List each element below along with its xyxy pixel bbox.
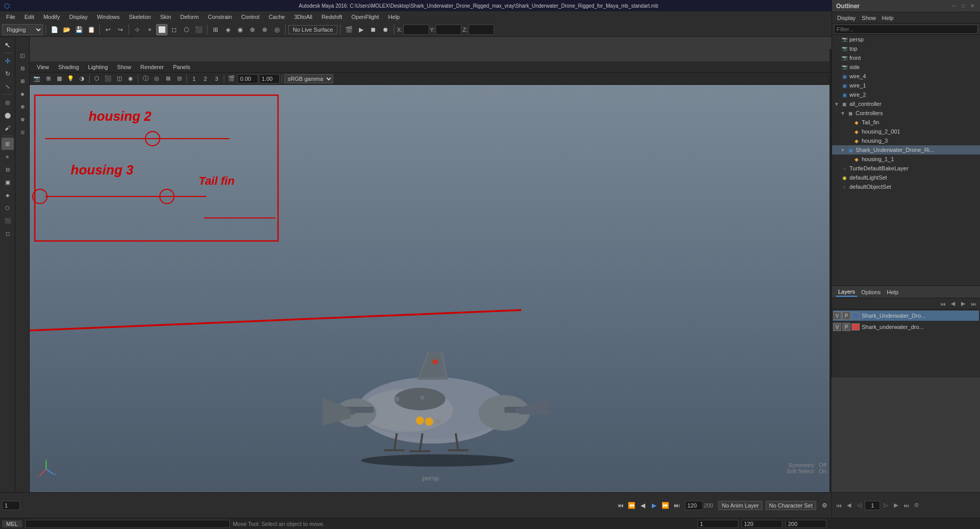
viewport-canvas[interactable]: housing 2 housing 3 Tail fin bbox=[30, 85, 832, 492]
options-tab[interactable]: Options bbox=[859, 288, 883, 296]
vt-gate-btn[interactable]: ⊠ bbox=[163, 74, 173, 84]
select-tool-btn[interactable]: ↖ bbox=[2, 39, 14, 51]
vt-scene-btn[interactable]: 🎬 bbox=[226, 74, 237, 84]
no-live-surface-btn[interactable]: No Live Surface bbox=[288, 25, 337, 34]
paint-btn[interactable]: 🖌 bbox=[2, 122, 14, 134]
menu-modify[interactable]: Modify bbox=[39, 13, 64, 21]
tool4-btn[interactable]: ⬛ bbox=[193, 24, 204, 35]
vt-region-btn[interactable]: ⊟ bbox=[174, 74, 184, 84]
select-btn[interactable]: ⊹ bbox=[132, 24, 143, 35]
layers-tab[interactable]: Layers bbox=[836, 288, 857, 297]
snap5[interactable]: ⊗ bbox=[259, 24, 270, 35]
render1[interactable]: 🎬 bbox=[343, 24, 354, 35]
tree-item-wire1[interactable]: ▣ wire_1 bbox=[832, 81, 980, 90]
tool-g[interactable]: ⊙ bbox=[16, 126, 29, 138]
frame-display-1[interactable] bbox=[697, 520, 738, 528]
tree-item-all-controller[interactable]: ▼ ◼ all_controller bbox=[832, 99, 980, 108]
tool1-btn[interactable]: ⬜ bbox=[156, 24, 167, 35]
tree-item-tail-fin[interactable]: ◆ Tail_fin bbox=[832, 118, 980, 127]
tree-item-wire4[interactable]: ▣ wire_4 bbox=[832, 72, 980, 81]
tool8-btn[interactable]: ⬛ bbox=[2, 214, 14, 227]
snap3[interactable]: ◉ bbox=[235, 24, 246, 35]
vt-isolate-btn[interactable]: ◎ bbox=[152, 74, 162, 84]
vt-frame-btn[interactable]: ⊞ bbox=[43, 74, 53, 84]
layer-prev-btn[interactable]: ◀ bbox=[948, 299, 957, 308]
vt-hud-btn[interactable]: ⓘ bbox=[140, 74, 151, 84]
layer-row-2[interactable]: V P Shark_underwater_dro... bbox=[833, 322, 979, 332]
tool-d[interactable]: ◈ bbox=[16, 87, 29, 100]
br-go-end-btn[interactable]: ⏭ bbox=[902, 501, 911, 510]
vt-texture-btn[interactable]: ◫ bbox=[114, 74, 124, 84]
show-menu[interactable]: Show bbox=[114, 63, 135, 71]
step-back-btn[interactable]: ⏪ bbox=[627, 500, 637, 511]
z-input[interactable] bbox=[468, 25, 494, 35]
menu-windows[interactable]: Windows bbox=[93, 13, 124, 21]
outliner-close-btn[interactable]: ✕ bbox=[969, 3, 976, 10]
y-input[interactable] bbox=[436, 25, 461, 35]
outliner-minimize-btn[interactable]: ─ bbox=[950, 3, 957, 10]
render2[interactable]: ▶ bbox=[355, 24, 367, 35]
layer-next-btn[interactable]: ▶ bbox=[958, 299, 968, 308]
vt-cam-btn[interactable]: 📷 bbox=[32, 74, 42, 84]
lighting-menu[interactable]: Lighting bbox=[85, 63, 111, 71]
layer-p-btn-1[interactable]: P bbox=[842, 312, 850, 320]
frame-display-200[interactable] bbox=[785, 520, 826, 528]
attr-btn[interactable]: ⊟ bbox=[2, 163, 14, 175]
play-forward-btn[interactable]: ▶ bbox=[649, 500, 659, 511]
menu-help[interactable]: Help bbox=[384, 13, 404, 21]
tree-item-wire2[interactable]: ▣ wire_2 bbox=[832, 90, 980, 99]
vt-render-btn[interactable]: ◉ bbox=[125, 74, 136, 84]
tree-item-persp[interactable]: 📷 persp bbox=[832, 35, 980, 44]
tree-item-housing3[interactable]: ◆ housing_3 bbox=[832, 136, 980, 145]
br-prev-key-btn[interactable]: ◁ bbox=[855, 501, 864, 510]
open-btn[interactable]: 📂 bbox=[61, 24, 72, 35]
layer-add-btn[interactable]: ⏮ bbox=[938, 299, 947, 308]
snap6[interactable]: ◎ bbox=[271, 24, 283, 35]
vt-wire-btn[interactable]: ⬡ bbox=[92, 74, 102, 84]
tree-item-housing2[interactable]: ◆ housing_2_001 bbox=[832, 127, 980, 136]
value1-input[interactable] bbox=[238, 74, 258, 83]
anim-settings-btn[interactable]: ⚙ bbox=[819, 500, 829, 511]
go-to-end-btn[interactable]: ⏭ bbox=[672, 500, 682, 511]
tool-f[interactable]: ⊗ bbox=[16, 113, 29, 125]
channel-btn[interactable]: ≡ bbox=[2, 150, 14, 163]
menu-redshift[interactable]: Redshift bbox=[317, 13, 346, 21]
layer-v-btn-2[interactable]: V bbox=[833, 323, 841, 331]
tree-item-controllers[interactable]: ▼ ◼ Controllers bbox=[832, 108, 980, 118]
outliner-show-menu[interactable]: Show bbox=[860, 14, 878, 22]
tool-c[interactable]: ⊞ bbox=[16, 75, 29, 87]
panels-menu[interactable]: Panels bbox=[170, 63, 194, 71]
x-input[interactable] bbox=[403, 25, 429, 35]
help-tab[interactable]: Help bbox=[885, 288, 901, 296]
br-next-key-btn[interactable]: ▷ bbox=[881, 501, 890, 510]
frame-current-input[interactable] bbox=[685, 501, 703, 510]
menu-file[interactable]: File bbox=[2, 13, 19, 21]
tree-item-front[interactable]: 📷 front bbox=[832, 53, 980, 62]
tool5-btn[interactable]: ▣ bbox=[2, 176, 14, 188]
scale-tool-btn[interactable]: ⤡ bbox=[2, 80, 14, 93]
move-tool-btn[interactable]: ✛ bbox=[2, 55, 14, 67]
snap4[interactable]: ⊕ bbox=[247, 24, 258, 35]
menu-3dtoall[interactable]: 3DtoAll bbox=[290, 13, 316, 21]
br-settings-btn[interactable]: ⚙ bbox=[912, 501, 921, 510]
vt-light-btn[interactable]: 💡 bbox=[66, 74, 76, 84]
vt-3[interactable]: 3 bbox=[211, 74, 222, 84]
vt-grid-btn[interactable]: ▦ bbox=[54, 74, 65, 84]
tool-b[interactable]: ⊟ bbox=[16, 62, 29, 74]
go-to-start-btn[interactable]: ⏮ bbox=[615, 500, 626, 511]
value2-input[interactable] bbox=[259, 74, 280, 83]
menu-cache[interactable]: Cache bbox=[265, 13, 289, 21]
save-as-btn[interactable]: 📋 bbox=[86, 24, 97, 35]
frame-start-input[interactable] bbox=[2, 501, 20, 510]
tool-a[interactable]: ◫ bbox=[16, 49, 29, 61]
sculpt-btn[interactable]: ⬤ bbox=[2, 109, 14, 121]
layer-end-btn[interactable]: ⏭ bbox=[969, 299, 978, 308]
color-profile-select[interactable]: sRGB gamma bbox=[284, 74, 333, 83]
outliner-display-menu[interactable]: Display bbox=[835, 14, 858, 22]
tree-item-side[interactable]: 📷 side bbox=[832, 62, 980, 72]
br-next-btn[interactable]: ▶ bbox=[891, 501, 901, 510]
soft-mod-btn[interactable]: ◎ bbox=[2, 96, 14, 108]
step-forward-btn[interactable]: ⏩ bbox=[661, 500, 671, 511]
rigging-dropdown[interactable]: Rigging bbox=[2, 24, 43, 35]
menu-skin[interactable]: Skin bbox=[156, 13, 175, 21]
